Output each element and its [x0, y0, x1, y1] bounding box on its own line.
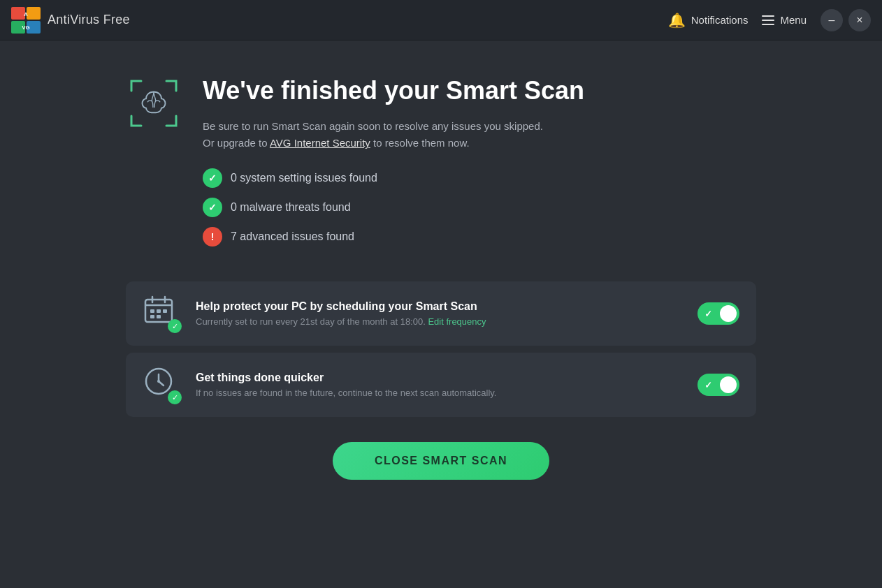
svg-text:A: A [24, 11, 28, 17]
close-button[interactable]: × [848, 9, 871, 31]
cards-section: ✓ Help protect your PC by scheduling you… [126, 281, 756, 417]
result-item: ! 7 advanced issues found [203, 227, 756, 247]
upgrade-link[interactable]: AVG Internet Security [270, 137, 370, 149]
result-label-1: 0 system setting issues found [231, 172, 377, 184]
svg-rect-1 [27, 7, 41, 20]
main-content: We've finished your Smart Scan Be sure t… [0, 41, 882, 501]
quicker-card: ✓ Get things done quicker If no issues a… [126, 353, 756, 417]
result-item: ✓ 0 malware threats found [203, 198, 756, 217]
quicker-card-content: Get things done quicker If no issues are… [196, 372, 684, 398]
scan-results: ✓ 0 system setting issues found ✓ 0 malw… [203, 168, 756, 247]
schedule-card: ✓ Help protect your PC by scheduling you… [126, 281, 756, 346]
svg-rect-13 [150, 315, 154, 318]
check-icon-green-1: ✓ [203, 168, 222, 188]
quicker-card-subtitle: If no issues are found in the future, co… [196, 388, 684, 398]
quicker-toggle-check-icon: ✓ [704, 380, 712, 390]
quicker-toggle-slider: ✓ [697, 374, 739, 396]
menu-button[interactable]: Menu [762, 14, 807, 26]
result-label-2: 0 malware threats found [231, 201, 351, 214]
svg-text:VG: VG [22, 24, 30, 31]
titlebar-controls: 🔔 Notifications Menu – × [668, 9, 871, 31]
warning-icon-red: ! [203, 227, 222, 247]
notifications-button[interactable]: 🔔 Notifications [668, 12, 749, 29]
check-icon-green-2: ✓ [203, 198, 222, 217]
close-smart-scan-button[interactable]: CLOSE SMART SCAN [333, 442, 549, 480]
brain-icon [126, 75, 182, 131]
window-controls: – × [820, 9, 871, 31]
menu-label: Menu [780, 14, 807, 26]
schedule-toggle-slider: ✓ [697, 302, 739, 325]
titlebar: A VG AntiVirus Free 🔔 Notifications Menu… [0, 0, 882, 41]
quicker-toggle[interactable]: ✓ [697, 374, 739, 396]
minimize-button[interactable]: – [820, 9, 843, 31]
result-item: ✓ 0 system setting issues found [203, 168, 756, 188]
bell-icon: 🔔 [668, 12, 686, 29]
svg-rect-11 [157, 309, 161, 313]
svg-rect-10 [150, 309, 154, 313]
schedule-toggle[interactable]: ✓ [697, 302, 739, 325]
app-logo: A VG AntiVirus Free [11, 7, 130, 34]
subtitle-line2: Or upgrade to [203, 137, 268, 149]
quicker-icon-wrapper: ✓ [143, 365, 182, 404]
schedule-subtitle-text: Currently set to run every 21st day of t… [196, 316, 426, 327]
notifications-label: Notifications [691, 14, 749, 26]
svg-rect-14 [157, 315, 161, 318]
quicker-badge-icon: ✓ [168, 390, 182, 404]
svg-point-18 [157, 380, 160, 383]
svg-rect-12 [163, 309, 167, 313]
brain-icon-wrapper [126, 75, 182, 131]
schedule-card-content: Help protect your PC by scheduling your … [196, 300, 684, 327]
edit-frequency-link[interactable]: Edit frequency [428, 316, 486, 327]
hero-text: We've finished your Smart Scan Be sure t… [203, 75, 756, 247]
svg-rect-0 [11, 7, 25, 20]
schedule-icon-wrapper: ✓ [143, 294, 182, 333]
subtitle-line1: Be sure to run Smart Scan again soon to … [203, 120, 543, 132]
toggle-check-icon: ✓ [704, 309, 712, 319]
hero-title: We've finished your Smart Scan [203, 75, 756, 105]
hamburger-icon [762, 15, 774, 25]
hero-section: We've finished your Smart Scan Be sure t… [126, 75, 756, 247]
avg-logo-icon: A VG [11, 7, 41, 34]
schedule-card-title: Help protect your PC by scheduling your … [196, 300, 684, 313]
result-label-3: 7 advanced issues found [231, 230, 354, 243]
hero-subtitle: Be sure to run Smart Scan again soon to … [203, 118, 756, 152]
close-button-wrapper: CLOSE SMART SCAN [126, 442, 756, 480]
app-name-label: AntiVirus Free [48, 13, 130, 27]
quicker-card-title: Get things done quicker [196, 372, 684, 384]
schedule-card-subtitle: Currently set to run every 21st day of t… [196, 316, 684, 327]
schedule-badge-icon: ✓ [168, 319, 182, 333]
